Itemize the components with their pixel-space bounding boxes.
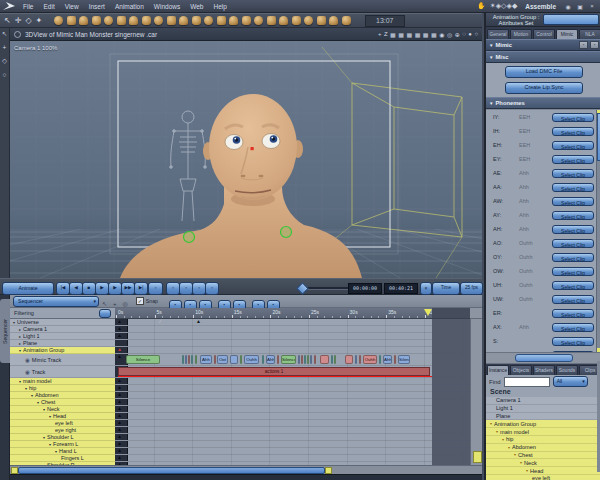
expand-triangle-icon[interactable]: ▸ bbox=[19, 334, 21, 339]
phoneme-clip-tick[interactable] bbox=[359, 355, 361, 364]
primitive-tool-icon[interactable] bbox=[204, 16, 213, 25]
find-filter-dropdown[interactable]: All bbox=[553, 376, 588, 387]
phoneme-clip[interactable]: Ouhh bbox=[363, 355, 377, 364]
keyframe-marker[interactable]: ▲ bbox=[117, 347, 122, 353]
tool-icon[interactable]: ○ bbox=[3, 71, 7, 78]
phoneme-clip-tick[interactable] bbox=[334, 355, 336, 364]
phoneme-clip-tick[interactable] bbox=[185, 355, 187, 364]
phoneme-clip-tick[interactable] bbox=[307, 355, 309, 364]
draw-tool-icon[interactable]: ◆ bbox=[512, 2, 517, 9]
phoneme-clip-tick[interactable] bbox=[240, 355, 242, 364]
track-label-eye-right[interactable]: eye right bbox=[10, 427, 115, 434]
phoneme-clip-tick[interactable] bbox=[230, 355, 238, 364]
select-clip-button[interactable]: Select Clip bbox=[552, 351, 594, 353]
select-clip-button[interactable]: Select Clip bbox=[552, 197, 594, 206]
hand-tool-icon[interactable]: ✋ bbox=[477, 2, 486, 10]
track-label-universe[interactable]: ▾Universe bbox=[10, 319, 115, 326]
keyframe-marker[interactable]: ▲ bbox=[117, 385, 122, 391]
keyframe-marker[interactable]: ▲ bbox=[117, 406, 122, 412]
animate-popup[interactable]: Animate bbox=[2, 282, 54, 295]
phoneme-clip-tick[interactable] bbox=[188, 355, 190, 364]
mimic-section-bar[interactable]: ▼ Mimic ▪▪ bbox=[486, 39, 600, 51]
find-input[interactable] bbox=[504, 377, 550, 387]
phoneme-clip[interactable]: Ouhh bbox=[244, 355, 259, 364]
viewport-tool-icon[interactable]: ▦ bbox=[398, 31, 404, 38]
select-clip-button[interactable]: Select Clip bbox=[552, 267, 594, 276]
phoneme-clip-tick[interactable] bbox=[355, 355, 357, 364]
primitive-tool-icon[interactable] bbox=[254, 16, 263, 25]
keyframe-marker[interactable]: ▲ bbox=[117, 441, 122, 447]
loop-button[interactable]: ▫ bbox=[148, 282, 163, 295]
transport-button[interactable]: ▶| bbox=[134, 282, 148, 295]
track-timeline-cell[interactable]: ▲ bbox=[115, 434, 482, 441]
keyframe-marker[interactable]: ▲ bbox=[117, 434, 122, 440]
playhead-marker[interactable] bbox=[424, 309, 432, 316]
select-clip-button[interactable]: Select Clip bbox=[552, 155, 594, 164]
select-clip-button[interactable]: Select Clip bbox=[552, 183, 594, 192]
expand-triangle-icon[interactable]: ▾ bbox=[49, 414, 51, 419]
menu-item-help[interactable]: Help bbox=[208, 3, 231, 10]
phoneme-clip[interactable]: Silence bbox=[398, 355, 410, 364]
track-label-head[interactable]: ▾Head bbox=[10, 413, 115, 420]
select-clip-button[interactable]: Select Clip bbox=[552, 295, 594, 304]
timeline-vscroll-thumb[interactable] bbox=[473, 451, 482, 463]
keyframe-marker[interactable]: ▲ bbox=[117, 420, 122, 426]
phoneme-clip-tick[interactable] bbox=[331, 355, 333, 364]
time-slider-handle[interactable] bbox=[296, 282, 309, 295]
collapse-triangle-icon[interactable]: ▼ bbox=[489, 55, 493, 60]
track-timeline-cell[interactable]: ▲ bbox=[115, 441, 482, 448]
select-clip-button[interactable]: Select Clip bbox=[552, 211, 594, 220]
menu-item-view[interactable]: View bbox=[60, 3, 84, 10]
scene-item-abdomen[interactable]: ▾Abdomen bbox=[486, 444, 600, 452]
primitive-tool-icon[interactable] bbox=[279, 16, 288, 25]
primitive-tool-icon[interactable] bbox=[304, 16, 313, 25]
viewport-tool-icon[interactable]: ▦ bbox=[406, 31, 412, 38]
scene-item-eye-left[interactable]: eye left bbox=[486, 475, 600, 480]
primitive-tool-icon[interactable] bbox=[179, 16, 188, 25]
track-timeline-cell[interactable]: ▲ bbox=[115, 427, 482, 434]
select-clip-button[interactable]: Select Clip bbox=[552, 323, 594, 332]
track-timeline-cell[interactable]: ▲ bbox=[115, 420, 482, 427]
viewport-tool-icon[interactable]: ● bbox=[468, 31, 472, 38]
phoneme-clip[interactable]: Silence bbox=[281, 355, 296, 364]
primitive-tool-icon[interactable] bbox=[267, 16, 276, 25]
keyframe-marker[interactable]: ▲ bbox=[117, 392, 122, 398]
primitive-tool-icon[interactable] bbox=[167, 16, 176, 25]
keyframe-marker[interactable]: ▲ bbox=[196, 319, 201, 325]
keyframe-marker[interactable]: ▲ bbox=[117, 378, 122, 384]
pan-tool-icon[interactable]: ✛ bbox=[15, 16, 22, 25]
expand-triangle-icon[interactable]: ▾ bbox=[496, 429, 498, 434]
close-window-button[interactable]: × bbox=[588, 3, 596, 9]
menu-item-animation[interactable]: Animation bbox=[110, 3, 149, 10]
select-clip-button[interactable]: Select Clip bbox=[552, 113, 594, 122]
fps-dropdown[interactable]: 25 fps bbox=[460, 282, 483, 295]
primitive-tool-icon[interactable] bbox=[54, 16, 63, 25]
phonemes-section-bar[interactable]: ▼ Phonemes bbox=[486, 97, 600, 109]
expand-triangle-icon[interactable]: ▾ bbox=[19, 379, 21, 384]
track-label-abdomen[interactable]: ▾Abdomen bbox=[10, 392, 115, 399]
section-option-button[interactable]: ▪ bbox=[590, 41, 599, 49]
menu-item-windows[interactable]: Windows bbox=[149, 3, 185, 10]
tab-general[interactable]: General bbox=[487, 29, 509, 39]
track-timeline-cell[interactable]: ▲ bbox=[115, 333, 482, 340]
phoneme-clip-tick[interactable] bbox=[304, 355, 306, 364]
selection-point[interactable] bbox=[251, 147, 254, 150]
panel-splitter[interactable] bbox=[486, 352, 600, 364]
viewport-tool-icon[interactable]: ▦ bbox=[390, 31, 396, 38]
select-clip-button[interactable]: Select Clip bbox=[552, 169, 594, 178]
menu-item-web[interactable]: Web bbox=[185, 3, 208, 10]
phoneme-clip-tick[interactable] bbox=[277, 355, 279, 364]
keyframe-marker[interactable]: ▲ bbox=[117, 399, 122, 405]
snap-checkbox[interactable]: ✓ Snap bbox=[136, 297, 158, 305]
viewport-tool-icon[interactable]: ◎ bbox=[447, 31, 452, 38]
keyframe-marker[interactable]: ▲ bbox=[117, 448, 122, 454]
scene-item-camera-1[interactable]: Camera 1 bbox=[486, 397, 600, 405]
phoneme-clip[interactable]: Ahh bbox=[266, 355, 275, 364]
scene-item-neck[interactable]: ▾Neck bbox=[486, 459, 600, 467]
hscroll-thumb[interactable] bbox=[18, 467, 325, 474]
load-dmc-button[interactable]: Load DMC File bbox=[505, 66, 583, 78]
track-timeline-cell[interactable]: ▲ bbox=[115, 448, 482, 455]
misc-section-bar[interactable]: ▼ Misc bbox=[486, 51, 600, 63]
track-label-hip[interactable]: ▾hip bbox=[10, 385, 115, 392]
browser-tab-sounds[interactable]: Sounds bbox=[556, 365, 578, 375]
